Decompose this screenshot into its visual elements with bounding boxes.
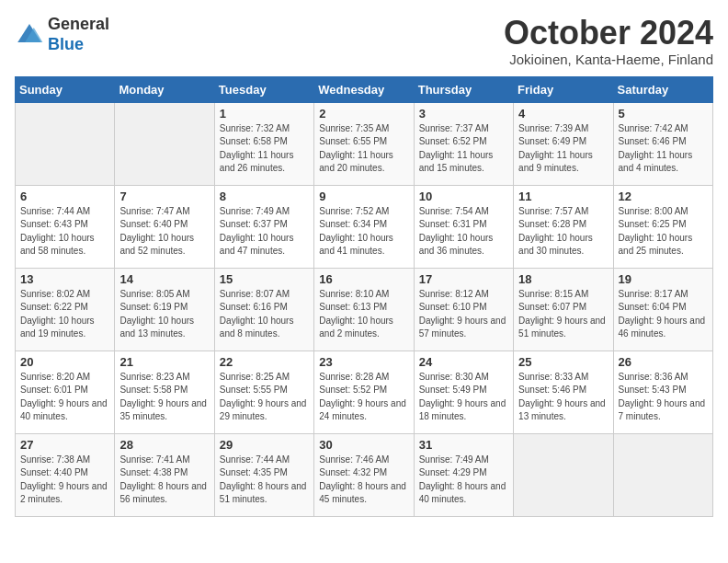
- calendar-cell: 30Sunrise: 7:46 AMSunset: 4:32 PMDayligh…: [314, 433, 414, 516]
- logo-blue-text: Blue: [48, 35, 109, 55]
- calendar-cell: 12Sunrise: 8:00 AMSunset: 6:25 PMDayligh…: [613, 185, 712, 268]
- calendar-cell: 26Sunrise: 8:36 AMSunset: 5:43 PMDayligh…: [613, 350, 712, 433]
- logo: General Blue: [15, 15, 109, 54]
- weekday-header-monday: Monday: [115, 76, 214, 102]
- day-number: 9: [319, 190, 408, 203]
- day-info: Sunrise: 7:44 AMSunset: 6:43 PMDaylight:…: [20, 205, 109, 259]
- calendar-cell: [514, 433, 613, 516]
- day-info: Sunrise: 7:44 AMSunset: 4:35 PMDaylight:…: [220, 454, 309, 507]
- logo-text: General Blue: [48, 15, 109, 54]
- day-number: 1: [220, 107, 309, 121]
- day-number: 10: [419, 190, 508, 203]
- day-info: Sunrise: 7:57 AMSunset: 6:28 PMDaylight:…: [518, 205, 608, 259]
- calendar-week-4: 20Sunrise: 8:20 AMSunset: 6:01 PMDayligh…: [16, 350, 713, 433]
- day-info: Sunrise: 8:33 AMSunset: 5:46 PMDaylight:…: [518, 371, 608, 424]
- calendar-cell: 3Sunrise: 7:37 AMSunset: 6:52 PMDaylight…: [414, 102, 513, 185]
- calendar-cell: 22Sunrise: 8:25 AMSunset: 5:55 PMDayligh…: [214, 350, 313, 433]
- calendar-cell: 24Sunrise: 8:30 AMSunset: 5:49 PMDayligh…: [414, 350, 513, 433]
- day-number: 19: [619, 272, 708, 286]
- day-number: 29: [220, 438, 309, 452]
- calendar-cell: 4Sunrise: 7:39 AMSunset: 6:49 PMDaylight…: [514, 102, 613, 185]
- day-number: 17: [419, 272, 508, 286]
- calendar-cell: 7Sunrise: 7:47 AMSunset: 6:40 PMDaylight…: [115, 185, 214, 268]
- calendar-week-3: 13Sunrise: 8:02 AMSunset: 6:22 PMDayligh…: [16, 268, 713, 350]
- day-number: 13: [20, 272, 109, 286]
- calendar-cell: 14Sunrise: 8:05 AMSunset: 6:19 PMDayligh…: [115, 268, 214, 350]
- calendar-cell: [16, 102, 115, 185]
- day-info: Sunrise: 8:23 AMSunset: 5:58 PMDaylight:…: [119, 371, 209, 424]
- day-number: 15: [220, 272, 309, 286]
- calendar-cell: [115, 102, 214, 185]
- calendar-cell: 28Sunrise: 7:41 AMSunset: 4:38 PMDayligh…: [115, 433, 214, 516]
- calendar-cell: 31Sunrise: 7:49 AMSunset: 4:29 PMDayligh…: [414, 433, 513, 516]
- calendar-cell: 5Sunrise: 7:42 AMSunset: 6:46 PMDaylight…: [613, 102, 712, 185]
- calendar-cell: 27Sunrise: 7:38 AMSunset: 4:40 PMDayligh…: [16, 433, 115, 516]
- day-info: Sunrise: 7:49 AMSunset: 6:37 PMDaylight:…: [220, 205, 309, 259]
- calendar-cell: 29Sunrise: 7:44 AMSunset: 4:35 PMDayligh…: [214, 433, 313, 516]
- calendar-body: 1Sunrise: 7:32 AMSunset: 6:58 PMDaylight…: [16, 102, 713, 516]
- logo-general-text: General: [48, 15, 109, 35]
- day-number: 4: [518, 107, 608, 121]
- day-number: 16: [319, 272, 408, 286]
- day-number: 21: [119, 355, 209, 369]
- day-info: Sunrise: 7:52 AMSunset: 6:34 PMDaylight:…: [319, 205, 408, 259]
- day-number: 30: [319, 438, 408, 452]
- day-info: Sunrise: 7:54 AMSunset: 6:31 PMDaylight:…: [419, 205, 508, 259]
- day-number: 3: [419, 107, 508, 121]
- day-info: Sunrise: 7:41 AMSunset: 4:38 PMDaylight:…: [119, 454, 209, 507]
- day-number: 11: [518, 190, 608, 203]
- page-header: General Blue October 2024 Jokioinen, Kan…: [15, 15, 713, 67]
- day-info: Sunrise: 8:00 AMSunset: 6:25 PMDaylight:…: [619, 205, 708, 259]
- day-number: 31: [419, 438, 508, 452]
- logo-icon: [15, 20, 44, 50]
- day-info: Sunrise: 7:37 AMSunset: 6:52 PMDaylight:…: [419, 122, 508, 176]
- day-info: Sunrise: 8:05 AMSunset: 6:19 PMDaylight:…: [119, 288, 209, 341]
- calendar-cell: 11Sunrise: 7:57 AMSunset: 6:28 PMDayligh…: [514, 185, 613, 268]
- day-number: 26: [619, 355, 708, 369]
- day-number: 25: [518, 355, 608, 369]
- day-number: 7: [119, 190, 209, 203]
- calendar-cell: 17Sunrise: 8:12 AMSunset: 6:10 PMDayligh…: [414, 268, 513, 350]
- day-info: Sunrise: 8:15 AMSunset: 6:07 PMDaylight:…: [518, 288, 608, 341]
- day-info: Sunrise: 8:20 AMSunset: 6:01 PMDaylight:…: [20, 371, 109, 424]
- calendar-cell: 16Sunrise: 8:10 AMSunset: 6:13 PMDayligh…: [314, 268, 414, 350]
- calendar-header: SundayMondayTuesdayWednesdayThursdayFrid…: [16, 76, 713, 102]
- day-number: 24: [419, 355, 508, 369]
- calendar-cell: 25Sunrise: 8:33 AMSunset: 5:46 PMDayligh…: [514, 350, 613, 433]
- day-number: 18: [518, 272, 608, 286]
- day-number: 23: [319, 355, 408, 369]
- location-text: Jokioinen, Kanta-Haeme, Finland: [504, 52, 713, 67]
- calendar-cell: 21Sunrise: 8:23 AMSunset: 5:58 PMDayligh…: [115, 350, 214, 433]
- day-number: 8: [220, 190, 309, 203]
- day-number: 5: [619, 107, 708, 121]
- weekday-header-sunday: Sunday: [16, 76, 115, 102]
- day-number: 20: [20, 355, 109, 369]
- day-info: Sunrise: 8:07 AMSunset: 6:16 PMDaylight:…: [220, 288, 309, 341]
- calendar-cell: 2Sunrise: 7:35 AMSunset: 6:55 PMDaylight…: [314, 102, 414, 185]
- calendar-week-1: 1Sunrise: 7:32 AMSunset: 6:58 PMDaylight…: [16, 102, 713, 185]
- day-info: Sunrise: 7:46 AMSunset: 4:32 PMDaylight:…: [319, 454, 408, 507]
- day-info: Sunrise: 7:38 AMSunset: 4:40 PMDaylight:…: [20, 454, 109, 507]
- calendar-cell: 13Sunrise: 8:02 AMSunset: 6:22 PMDayligh…: [16, 268, 115, 350]
- calendar-cell: 18Sunrise: 8:15 AMSunset: 6:07 PMDayligh…: [514, 268, 613, 350]
- weekday-header-thursday: Thursday: [414, 76, 513, 102]
- day-info: Sunrise: 7:47 AMSunset: 6:40 PMDaylight:…: [119, 205, 209, 259]
- day-number: 27: [20, 438, 109, 452]
- calendar-cell: 1Sunrise: 7:32 AMSunset: 6:58 PMDaylight…: [214, 102, 313, 185]
- weekday-header-tuesday: Tuesday: [214, 76, 313, 102]
- day-info: Sunrise: 8:36 AMSunset: 5:43 PMDaylight:…: [619, 371, 708, 424]
- weekday-header-row: SundayMondayTuesdayWednesdayThursdayFrid…: [16, 76, 713, 102]
- day-info: Sunrise: 7:42 AMSunset: 6:46 PMDaylight:…: [619, 122, 708, 176]
- weekday-header-friday: Friday: [514, 76, 613, 102]
- day-number: 12: [619, 190, 708, 203]
- title-block: October 2024 Jokioinen, Kanta-Haeme, Fin…: [504, 15, 713, 67]
- day-info: Sunrise: 7:35 AMSunset: 6:55 PMDaylight:…: [319, 122, 408, 176]
- calendar-table: SundayMondayTuesdayWednesdayThursdayFrid…: [15, 76, 713, 517]
- calendar-cell: 15Sunrise: 8:07 AMSunset: 6:16 PMDayligh…: [214, 268, 313, 350]
- calendar-cell: 20Sunrise: 8:20 AMSunset: 6:01 PMDayligh…: [16, 350, 115, 433]
- day-info: Sunrise: 8:02 AMSunset: 6:22 PMDaylight:…: [20, 288, 109, 341]
- day-info: Sunrise: 8:12 AMSunset: 6:10 PMDaylight:…: [419, 288, 508, 341]
- day-info: Sunrise: 8:30 AMSunset: 5:49 PMDaylight:…: [419, 371, 508, 424]
- weekday-header-saturday: Saturday: [613, 76, 712, 102]
- day-number: 6: [20, 190, 109, 203]
